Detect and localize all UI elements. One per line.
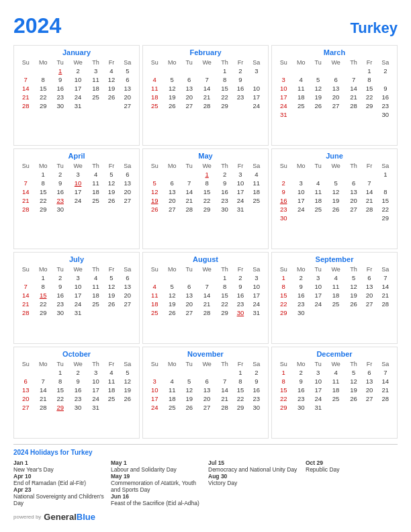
holiday-item: May 19Commemoration of Atatürk, Youth an… — [111, 473, 203, 493]
holiday-date: Oct 29 — [306, 459, 398, 466]
calendar-day: 24 — [68, 93, 87, 101]
calendar-day: 15 — [217, 84, 232, 93]
calendar-day: 1 — [232, 368, 248, 377]
weekday-header: Tu — [310, 360, 326, 368]
month-block-may: MaySuMoTuWeThFrSa12345678910111213141516… — [142, 148, 269, 249]
calendar-day: 25 — [88, 93, 103, 101]
month-name: April — [17, 152, 136, 160]
calendar-table: SuMoTuWeThFrSa12345678911121314151610181… — [146, 58, 265, 110]
calendar-day: 14 — [377, 282, 394, 291]
calendar-day: 21 — [346, 93, 361, 101]
calendar-day: 7 — [181, 179, 197, 187]
calendar-day: 26 — [120, 394, 136, 403]
weekday-header: Th — [346, 162, 361, 170]
calendar-day: 26 — [146, 205, 163, 214]
calendar-day — [181, 368, 197, 377]
weekday-header: Su — [275, 265, 291, 273]
calendar-day: 5 — [181, 377, 197, 386]
calendar-day: 7 — [34, 377, 52, 386]
calendar-day: 23 — [377, 101, 394, 110]
calendar-table: SuMoTuWeThFrSa12345678910111213141516171… — [275, 360, 394, 412]
calendar-day: 18 — [291, 93, 310, 101]
calendar-day: 23 — [232, 300, 248, 308]
calendar-day: 16 — [248, 386, 265, 394]
calendar-day: 22 — [217, 300, 232, 308]
calendar-day — [103, 308, 119, 317]
calendar-table: SuMoTuWeThFrSa12345678910111213141516171… — [146, 265, 265, 317]
calendar-day: 8 — [377, 187, 394, 196]
calendar-day — [181, 273, 197, 282]
calendar-day: 29 — [377, 214, 394, 222]
month-name: May — [146, 152, 265, 160]
calendar-table: SuMoTuWeThFrSa12345679101112131481617181… — [275, 162, 394, 222]
calendar-day: 13 — [197, 386, 216, 394]
calendar-day: 29 — [34, 101, 52, 110]
calendar-day — [291, 110, 310, 119]
calendar-day: 1 — [34, 170, 52, 179]
holiday-date: Jan 1 — [13, 459, 105, 466]
calendar-day: 24 — [275, 101, 291, 110]
month-block-october: OctoberSuMoTuWeThFrSa1234567891011121314… — [13, 347, 140, 439]
weekday-header: Su — [275, 360, 291, 368]
calendar-day: 23 — [68, 394, 87, 403]
weekday-header: Th — [88, 360, 103, 368]
calendar-day: 8 — [232, 377, 248, 386]
calendar-day: 13 — [181, 84, 197, 93]
weekday-header: Tu — [52, 162, 68, 170]
calendar-day: 21 — [181, 196, 197, 205]
calendar-day: 29 — [52, 403, 68, 412]
weekday-header: Fr — [361, 265, 377, 273]
calendar-day: 19 — [120, 386, 136, 394]
calendar-day: 16 — [291, 386, 310, 394]
calendar-day: 3 — [291, 179, 310, 187]
calendar-day: 2 — [217, 170, 232, 179]
weekday-header: Mo — [34, 58, 52, 66]
calendar-day: 9 — [68, 377, 87, 386]
holiday-column: Jan 1New Year's DayApr 10End of Ramadan … — [13, 459, 105, 506]
calendar-day: 2 — [248, 368, 265, 377]
calendar-day: 15 — [197, 187, 216, 196]
weekday-header: Th — [217, 265, 232, 273]
calendar-day: 15 — [275, 291, 291, 300]
month-name: November — [146, 350, 265, 358]
calendar-day: 27 — [120, 300, 136, 308]
calendar-day: 22 — [232, 394, 248, 403]
weekday-header: We — [326, 360, 345, 368]
weekday-header: We — [197, 360, 216, 368]
calendar-day — [17, 170, 34, 179]
holidays-title: 2024 Holidays for Turkey — [13, 449, 398, 456]
calendar-day — [120, 308, 136, 317]
calendar-day: 28 — [17, 308, 34, 317]
calendar-day: 6 — [181, 75, 197, 84]
calendar-day: 1 — [275, 273, 291, 282]
calendar-day: 6 — [120, 75, 136, 84]
month-name: September — [275, 255, 394, 263]
calendar-day: 16 — [232, 84, 248, 93]
weekday-header: Mo — [34, 265, 52, 273]
holidays-grid: Jan 1New Year's DayApr 10End of Ramadan … — [13, 459, 398, 506]
calendar-day — [326, 66, 345, 75]
calendar-day: 20 — [181, 93, 197, 101]
calendar-day: 4 — [88, 273, 103, 282]
calendar-day: 22 — [52, 394, 68, 403]
calendar-day: 23 — [217, 196, 232, 205]
calendar-day: 14 — [361, 187, 377, 196]
calendar-day: 4 — [146, 75, 163, 84]
calendar-day: 23 — [291, 394, 310, 403]
calendar-day: 27 — [120, 101, 136, 110]
holiday-name: Republic Day — [306, 466, 398, 473]
weekday-header: We — [68, 265, 87, 273]
calendar-day: 12 — [120, 377, 136, 386]
calendar-day — [310, 110, 326, 119]
calendar-day: 10 — [232, 179, 248, 187]
calendar-day: 13 — [361, 377, 377, 386]
calendar-day: 27 — [326, 101, 345, 110]
calendar-day — [146, 273, 163, 282]
calendar-table: SuMoTuWeThFrSa12345678910111213141516171… — [275, 265, 394, 317]
calendar-day: 18 — [146, 93, 163, 101]
calendar-day: 25 — [103, 394, 119, 403]
calendar-day: 27 — [181, 308, 197, 317]
calendar-day: 18 — [88, 291, 103, 300]
calendar-day: 27 — [120, 196, 136, 205]
calendar-day: 3 — [248, 273, 265, 282]
